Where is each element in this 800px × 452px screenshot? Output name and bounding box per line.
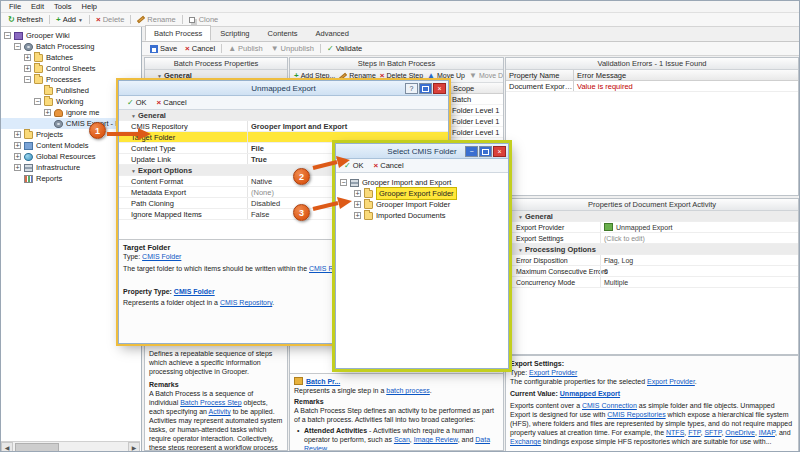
doc-title: Batch Pr... xyxy=(294,377,499,386)
expander-icon[interactable] xyxy=(354,201,361,208)
tree-item-batches[interactable]: Batches xyxy=(1,52,141,63)
tree-item-label: Infrastructure xyxy=(36,162,80,173)
property-value[interactable]: (Click to edit) xyxy=(604,233,645,244)
delete-button[interactable]: ×Delete xyxy=(92,14,128,26)
help-button[interactable]: ? xyxy=(405,83,418,94)
step-scope: Folder Level 1 xyxy=(452,116,500,127)
expander-icon[interactable] xyxy=(44,109,51,116)
save-button[interactable]: Save xyxy=(146,43,181,55)
dialog-title-bar[interactable]: Unmapped Export ? × xyxy=(119,81,448,96)
property-row-error-disposition[interactable]: Error Disposition Flag, Log xyxy=(506,255,798,266)
tree-horizontal-scrollbar[interactable]: ◀ ▶ xyxy=(1,441,140,452)
tree-item-grooper-export-folder[interactable]: Grooper Export Folder xyxy=(336,188,508,199)
expander-icon[interactable] xyxy=(14,142,21,149)
minimize-button[interactable]: − xyxy=(465,146,478,157)
property-row-cmis-repository[interactable]: CMIS Repository Grooper Import and Expor… xyxy=(119,121,448,132)
expander-icon[interactable] xyxy=(14,153,21,160)
scrollbar-thumb[interactable] xyxy=(15,443,59,452)
cancel-icon: × xyxy=(374,162,379,170)
refresh-icon: ↻ xyxy=(8,16,15,24)
validate-button[interactable]: ✓Validate xyxy=(323,43,366,55)
expander-icon[interactable] xyxy=(24,54,31,61)
move-down-button[interactable]: ▼Move Down xyxy=(467,70,504,82)
tree-item-label: Global Resources xyxy=(36,151,96,162)
expander-icon[interactable] xyxy=(340,179,347,186)
expander-icon[interactable] xyxy=(24,65,31,72)
tree-item-grooper-wiki[interactable]: Grooper Wiki xyxy=(1,30,141,41)
toolbar-separator xyxy=(89,15,90,24)
expander-icon[interactable] xyxy=(34,98,41,105)
menu-file[interactable]: File xyxy=(4,1,26,12)
error-message-column-header[interactable]: Error Message xyxy=(574,70,798,80)
add-dropdown-caret[interactable]: ▼ xyxy=(78,14,83,26)
ok-button[interactable]: ✓OK xyxy=(122,98,152,107)
expander-icon[interactable] xyxy=(14,43,21,50)
callout-step-1: 1 xyxy=(89,122,106,139)
add-button[interactable]: +Add▼ xyxy=(52,14,87,26)
step-scope: Batch xyxy=(452,94,471,105)
scroll-left-button[interactable]: ◀ xyxy=(1,442,13,452)
property-row-export-provider[interactable]: Export Provider Unmapped Export xyxy=(506,222,798,233)
validation-errors-panel: Validation Errors - 1 Issue Found Proper… xyxy=(505,57,799,196)
maximize-button[interactable] xyxy=(419,83,432,94)
tree-item-control-sheets[interactable]: Control Sheets xyxy=(1,63,141,74)
clone-button[interactable]: Clone xyxy=(185,14,223,26)
scroll-right-button[interactable]: ▶ xyxy=(128,442,140,452)
tree-item-batch-processing[interactable]: Batch Processing xyxy=(1,41,141,52)
folder-icon xyxy=(364,201,373,209)
validation-error-row[interactable]: Document Export • Activity / ... Value i… xyxy=(506,81,798,92)
property-row-target-folder[interactable]: Target Folder xyxy=(119,132,448,143)
dialog-title: Unmapped Export xyxy=(251,84,315,93)
property-name-column-header[interactable]: Property Name xyxy=(506,70,574,80)
property-row-concurrency-mode[interactable]: Concurrency Mode Multiple xyxy=(506,277,798,288)
expander-icon[interactable] xyxy=(354,212,361,219)
tree-item-imported-documents[interactable]: Imported Documents xyxy=(336,210,508,221)
tree-item-grooper-import-folder[interactable]: Grooper Import Folder xyxy=(336,199,508,210)
batch-processing-icon xyxy=(24,43,33,51)
property-row-max-consecutive-errors[interactable]: Maximum Consecutive Errors 0 xyxy=(506,266,798,277)
dialog-title-bar[interactable]: Select CMIS Folder − × xyxy=(336,144,508,159)
property-value: Disabled xyxy=(251,198,280,209)
property-row-export-settings[interactable]: Export Settings (Click to edit) xyxy=(506,233,798,244)
menu-tools[interactable]: Tools xyxy=(49,1,77,12)
cancel-button[interactable]: ×Cancel xyxy=(181,43,219,55)
callout-step-2: 2 xyxy=(293,168,310,185)
tab-batch-process[interactable]: Batch Process xyxy=(145,25,211,41)
tree-item-label: Batches xyxy=(46,52,73,63)
step-scope: Folder Level 1 xyxy=(452,127,500,138)
folder-icon xyxy=(364,212,373,220)
publish-button[interactable]: ▲Publish xyxy=(224,43,267,55)
toolbar-separator xyxy=(130,15,131,24)
person-icon xyxy=(54,109,63,117)
scope-column-header[interactable]: Scope xyxy=(449,83,474,93)
tab-advanced[interactable]: Advanced xyxy=(307,25,358,41)
tab-contents[interactable]: Contents xyxy=(259,25,307,41)
doc-paragraph: A Batch Process is a sequence of individ… xyxy=(149,389,283,450)
reports-icon xyxy=(24,175,33,183)
category-general[interactable]: ▼General xyxy=(506,211,798,222)
tab-scripting[interactable]: Scripting xyxy=(211,25,258,41)
close-button[interactable]: × xyxy=(493,146,506,157)
unpublish-button[interactable]: ▼Unpublish xyxy=(267,43,318,55)
category-processing-options[interactable]: ▼Processing Options xyxy=(506,244,798,255)
menu-help[interactable]: Help xyxy=(77,1,102,12)
callout-arrow-3 xyxy=(311,193,355,213)
expander-icon[interactable] xyxy=(24,76,31,83)
scrollbar-track[interactable] xyxy=(13,442,128,452)
close-button[interactable]: × xyxy=(433,83,446,94)
rename-button[interactable]: Rename xyxy=(133,14,179,26)
add-step-icon: + xyxy=(294,72,299,80)
category-general[interactable]: ▼General xyxy=(119,110,448,121)
expander-icon[interactable] xyxy=(14,164,21,171)
expander-icon[interactable] xyxy=(354,190,361,197)
maximize-button[interactable] xyxy=(479,146,492,157)
add-icon: + xyxy=(56,16,61,24)
cancel-icon: × xyxy=(157,99,162,107)
cancel-button[interactable]: ×Cancel xyxy=(152,98,192,107)
cancel-button[interactable]: ×Cancel xyxy=(369,161,409,170)
refresh-button[interactable]: ↻Refresh xyxy=(4,14,47,26)
save-icon xyxy=(150,45,158,53)
expander-icon[interactable] xyxy=(14,131,21,138)
expander-icon[interactable] xyxy=(4,32,11,39)
menu-edit[interactable]: Edit xyxy=(26,1,49,12)
